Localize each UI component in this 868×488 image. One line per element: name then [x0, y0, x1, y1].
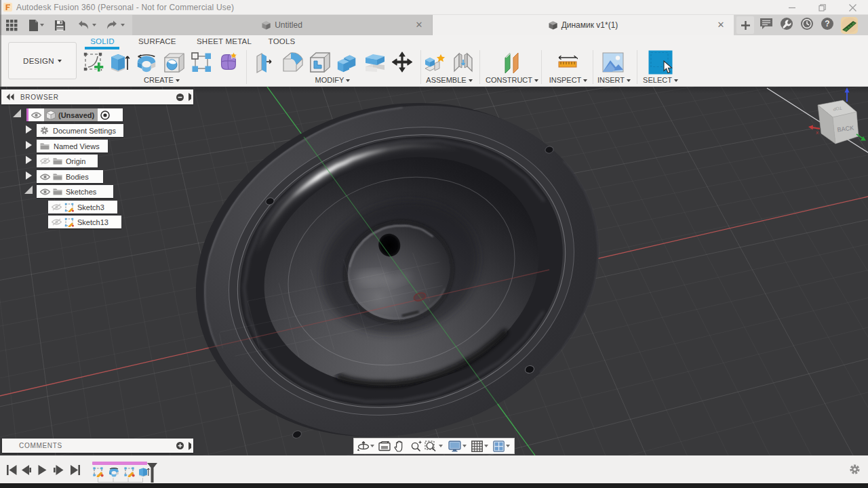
- go-to-start-button[interactable]: [7, 465, 17, 475]
- new-component-button[interactable]: [424, 51, 447, 74]
- workspace-selector[interactable]: DESIGN: [8, 42, 77, 79]
- timeline-feature-sketch[interactable]: [92, 466, 104, 477]
- eye-icon[interactable]: [40, 188, 50, 195]
- split-body-button[interactable]: [363, 51, 387, 74]
- eye-off-icon[interactable]: [52, 203, 62, 211]
- hole-button[interactable]: [163, 51, 186, 74]
- new-tab-button[interactable]: [736, 16, 754, 34]
- group-label-insert[interactable]: INSERT: [589, 76, 639, 85]
- ribbon-tab-surface[interactable]: SURFACE: [138, 37, 176, 48]
- tree-expander[interactable]: [26, 141, 32, 149]
- ribbon-tab-sheet-metal[interactable]: SHEET METAL: [197, 37, 251, 48]
- group-label-inspect[interactable]: INSPECT: [541, 76, 595, 85]
- tree-expander-root[interactable]: [13, 109, 21, 117]
- document-tab-untitled[interactable]: Untitled ✕: [132, 15, 433, 35]
- orbit-button[interactable]: [357, 439, 370, 453]
- timeline-feature-sketch[interactable]: [123, 466, 136, 477]
- tree-row-sketch13[interactable]: Sketch13: [48, 216, 121, 228]
- ribbon-tab-tools[interactable]: TOOLS: [267, 37, 297, 48]
- timeline-playhead[interactable]: [147, 463, 157, 483]
- activate-component-radio[interactable]: [100, 110, 110, 120]
- extrude-button[interactable]: [108, 51, 132, 74]
- browser-header[interactable]: BROWSER: [1, 89, 193, 104]
- pan-button[interactable]: [392, 439, 408, 453]
- restore-button[interactable]: [807, 0, 837, 15]
- tree-row-named-views[interactable]: Named Views: [37, 140, 108, 152]
- display-caret[interactable]: [462, 445, 467, 447]
- fit-button[interactable]: [424, 439, 437, 453]
- move-copy-button[interactable]: [391, 51, 414, 74]
- panel-grip-icon[interactable]: [189, 93, 192, 101]
- minimize-button[interactable]: [776, 0, 807, 15]
- file-menu-button[interactable]: [26, 15, 46, 35]
- timeline-settings-button[interactable]: [849, 464, 861, 475]
- construction-plane-button[interactable]: [500, 51, 524, 74]
- joint-button[interactable]: [452, 51, 475, 74]
- fit-caret[interactable]: [439, 445, 443, 447]
- close-button[interactable]: [837, 0, 868, 15]
- step-forward-button[interactable]: [54, 465, 64, 475]
- tree-expander[interactable]: [26, 125, 32, 134]
- look-at-button[interactable]: [377, 439, 392, 453]
- collapse-panel-icon[interactable]: [6, 94, 14, 100]
- document-tab-speaker[interactable]: Динамик v1*(1) ✕: [433, 15, 734, 35]
- tree-row-sketches[interactable]: Sketches: [37, 185, 113, 198]
- comments-header[interactable]: COMMENTS: [2, 439, 193, 453]
- zoom-button[interactable]: [408, 439, 425, 453]
- group-label-assemble[interactable]: ASSEMBLE: [420, 76, 478, 85]
- redo-history-caret[interactable]: [121, 24, 125, 26]
- group-label-construct[interactable]: CONSTRUCT: [481, 76, 542, 85]
- step-back-button[interactable]: [22, 465, 31, 475]
- insert-image-button[interactable]: [601, 51, 625, 74]
- comments-panel-button[interactable]: [760, 18, 773, 33]
- eye-off-icon[interactable]: [52, 218, 62, 226]
- tree-row-origin[interactable]: Origin: [37, 155, 98, 167]
- eye-icon[interactable]: [31, 112, 41, 119]
- press-pull-button[interactable]: [254, 51, 277, 74]
- tree-row-document-settings[interactable]: Document Settings: [37, 124, 123, 137]
- tree-row-bodies[interactable]: Bodies: [37, 170, 103, 183]
- undo-history-caret[interactable]: [92, 24, 96, 26]
- undo-button[interactable]: [75, 15, 98, 35]
- display-settings-button[interactable]: [447, 439, 462, 453]
- group-label-select[interactable]: SELECT: [636, 76, 685, 85]
- panel-minus-icon[interactable]: [176, 94, 184, 101]
- revolve-button[interactable]: [135, 51, 158, 74]
- help-button[interactable]: ?: [821, 17, 834, 33]
- tab-close-button[interactable]: ✕: [716, 20, 726, 30]
- group-label-create[interactable]: CREATE: [133, 76, 191, 85]
- tree-row-sketch3[interactable]: Sketch3: [48, 201, 117, 214]
- save-button[interactable]: [53, 15, 67, 35]
- grid-settings-button[interactable]: [470, 439, 484, 453]
- group-label-modify[interactable]: MODIFY: [304, 76, 361, 85]
- shell-button[interactable]: [309, 51, 332, 74]
- tree-expander-sketches[interactable]: [24, 186, 33, 194]
- fillet-button[interactable]: [281, 51, 304, 74]
- play-button[interactable]: [39, 465, 47, 475]
- create-sketch-button[interactable]: [83, 51, 106, 74]
- viewport-canvas[interactable]: BACK TOP X: [0, 87, 868, 455]
- eye-icon[interactable]: [40, 174, 50, 180]
- notifications-button[interactable]: [800, 17, 814, 33]
- grid-caret[interactable]: [484, 445, 488, 447]
- eye-off-icon[interactable]: [40, 157, 50, 165]
- viewports-caret[interactable]: [506, 445, 510, 447]
- tree-expander[interactable]: [26, 156, 32, 164]
- tree-expander[interactable]: [26, 171, 32, 180]
- user-avatar[interactable]: [841, 17, 858, 34]
- viewports-button[interactable]: [492, 439, 505, 453]
- job-status-button[interactable]: [780, 17, 793, 33]
- panel-grip-icon[interactable]: [189, 442, 192, 450]
- rectangular-pattern-button[interactable]: [190, 51, 213, 74]
- orbit-caret[interactable]: [370, 445, 374, 447]
- timeline-feature-revolve[interactable]: [108, 466, 120, 477]
- data-panel-toggle-button[interactable]: [4, 15, 20, 35]
- combine-button[interactable]: [336, 51, 359, 74]
- tree-row-root[interactable]: (Unsaved): [26, 108, 123, 121]
- measure-button[interactable]: [557, 51, 578, 74]
- create-form-button[interactable]: [216, 51, 239, 74]
- redo-button[interactable]: [104, 15, 127, 35]
- panel-plus-icon[interactable]: [176, 442, 184, 449]
- tab-close-button[interactable]: ✕: [414, 20, 424, 30]
- go-to-end-button[interactable]: [71, 465, 80, 475]
